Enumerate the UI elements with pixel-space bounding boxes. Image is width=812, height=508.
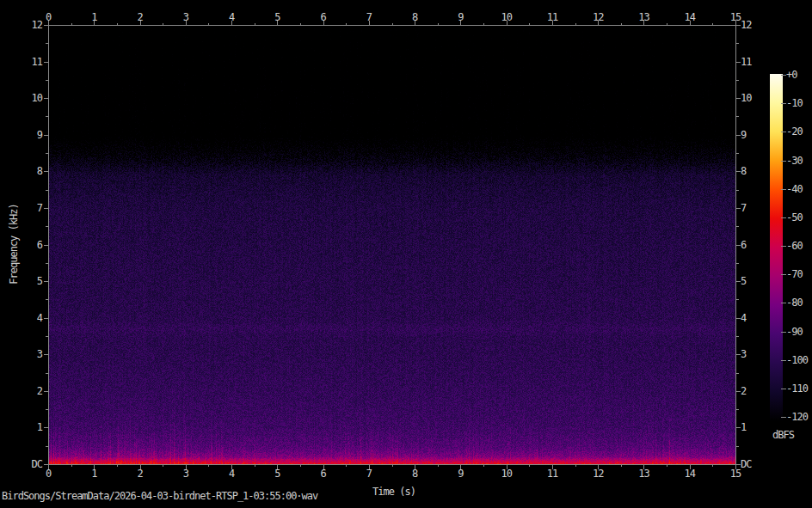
x-minor-tick [438,23,439,25]
y-tick-label: 1 [741,422,746,432]
y-minor-tick [46,336,48,337]
y-minor-tick [736,336,739,337]
x-minor-tick [208,23,209,25]
y-minor-tick [736,43,739,44]
x-minor-tick [621,465,622,467]
top-axis-line [48,25,736,26]
colorbar-tick-label: -50 [786,212,803,223]
x-minor-tick [483,23,484,25]
y-minor-tick [46,153,48,154]
y-tick-label: 11 [741,57,751,67]
x-tick-label: 15 [730,468,741,479]
x-minor-tick [392,465,393,467]
x-tick-label: 4 [229,12,234,22]
x-minor-tick [163,23,163,25]
y-major-tick [44,354,48,355]
y-minor-tick [46,299,48,300]
colorbar-tick-label: -30 [786,156,803,166]
colorbar-tick-label: -20 [786,126,803,137]
x-minor-tick [255,465,255,467]
y-minor-tick [46,373,48,374]
x-tick-label: 14 [684,12,694,22]
colorbar [770,74,783,421]
y-minor-tick [46,80,48,81]
x-tick-label: 4 [229,468,234,479]
x-tick-label: 8 [412,468,417,479]
y-minor-tick [736,226,739,227]
x-minor-tick [163,465,163,467]
y-major-tick [44,25,48,26]
y-minor-tick [46,116,48,117]
y-tick-label: DC [741,459,751,469]
y-tick-label: 3 [741,349,746,359]
y-tick-label: 10 [16,93,42,103]
x-minor-tick [392,23,393,25]
y-minor-tick [736,263,739,264]
x-tick-label: 6 [320,12,325,22]
y-major-tick [44,318,48,319]
y-tick-label: 6 [16,240,42,250]
x-tick-label: 7 [366,468,372,479]
x-tick-label: 14 [684,468,694,479]
x-minor-tick [529,23,530,25]
y-tick-label: 4 [741,313,746,323]
y-major-tick [44,171,48,172]
y-tick-label: 12 [741,20,751,30]
x-tick-label: 15 [730,12,741,22]
x-tick-label: 5 [274,468,280,479]
x-minor-tick [438,465,439,467]
x-tick-label: 11 [547,12,557,22]
y-tick-label: 12 [16,20,42,30]
colorbar-tick-label: -110 [786,383,808,394]
y-minor-tick [46,190,48,191]
x-minor-tick [712,465,713,467]
x-minor-tick [667,465,667,467]
x-tick-label: 12 [593,12,603,22]
y-tick-label: 1 [16,422,42,432]
y-minor-tick [46,226,48,227]
colorbar-tick-label: -70 [786,269,803,279]
x-tick-label: 8 [412,12,417,22]
y-tick-label: 2 [16,386,42,396]
x-minor-tick [667,23,667,25]
x-tick-label: 0 [46,468,51,479]
y-tick-label: 2 [741,386,746,396]
y-tick-label: DC [16,459,42,469]
y-major-tick [44,135,48,136]
x-tick-label: 2 [137,12,142,22]
x-minor-tick [483,465,484,467]
y-major-tick [44,391,48,392]
y-minor-tick [736,299,739,300]
x-minor-tick [621,23,622,25]
x-minor-tick [71,465,72,467]
file-title: BirdSongs/StreamData/2026-04-03-birdnet-… [2,491,317,501]
x-minor-tick [529,465,530,467]
colorbar-tick-label: -60 [786,241,803,251]
x-minor-tick [71,23,72,25]
x-minor-tick [346,465,347,467]
x-tick-label: 7 [366,12,372,22]
y-major-tick [44,98,48,99]
x-tick-label: 3 [183,12,188,22]
y-tick-label: 5 [741,276,746,286]
y-major-tick [44,427,48,428]
x-tick-label: 5 [274,12,280,22]
y-tick-label: 11 [16,57,42,67]
x-tick-label: 2 [137,468,142,479]
x-tick-label: 9 [458,468,463,479]
y-tick-label: 7 [16,203,42,213]
x-tick-label: 10 [501,468,511,479]
y-minor-tick [46,43,48,44]
x-tick-label: 13 [638,468,649,479]
x-tick-label: 3 [183,468,188,479]
x-minor-tick [300,465,301,467]
y-minor-tick [46,263,48,264]
y-major-tick [44,62,48,63]
x-minor-tick [712,23,713,25]
y-major-tick [44,464,48,465]
colorbar-tick-label: -40 [786,184,803,194]
y-tick-label: 9 [16,130,42,140]
x-minor-tick [255,23,255,25]
y-tick-label: 8 [16,166,42,176]
colorbar-tick-label: -100 [786,355,808,365]
